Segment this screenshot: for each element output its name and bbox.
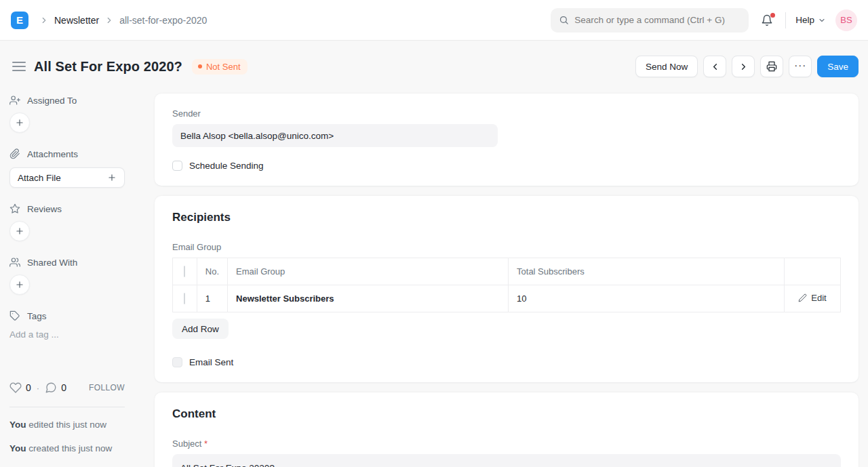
- subject-field-label: Subject *: [172, 439, 841, 449]
- email-group-field-label: Email Group: [172, 242, 841, 252]
- reviews-section: Reviews: [9, 203, 125, 241]
- content-card: Content Subject * All Set For Expo 2020?: [155, 392, 859, 467]
- likes-count: 0: [26, 382, 31, 393]
- email-sent-checkbox: [172, 357, 182, 367]
- subject-field[interactable]: All Set For Expo 2020?: [172, 454, 841, 467]
- add-share-button[interactable]: [9, 275, 30, 295]
- attachments-label: Attachments: [27, 149, 78, 159]
- total-subscribers-cell: 10: [509, 285, 785, 312]
- email-group-link[interactable]: Newsletter Subscribers: [236, 293, 334, 304]
- schedule-sending-row: Schedule Sending: [172, 161, 841, 171]
- help-label: Help: [795, 15, 814, 25]
- shared-with-section: Shared With: [9, 257, 125, 295]
- add-tag-input[interactable]: Add a tag ...: [9, 329, 125, 340]
- subject-label-text: Subject: [172, 439, 201, 449]
- edit-label: Edit: [811, 293, 826, 303]
- star-icon: [9, 203, 20, 214]
- add-assignment-button[interactable]: [9, 113, 30, 133]
- tags-section: Tags Add a tag ...: [9, 310, 125, 340]
- status-dot-icon: [198, 64, 202, 68]
- chevron-down-icon: [818, 16, 826, 24]
- menu-button[interactable]: ···: [789, 56, 812, 77]
- schedule-sending-checkbox[interactable]: [172, 161, 182, 171]
- attach-file-button[interactable]: Attach File: [9, 167, 125, 188]
- select-all-checkbox[interactable]: [184, 266, 185, 277]
- status-label: Not Sent: [206, 62, 241, 72]
- col-header-no: No.: [197, 258, 227, 285]
- chevron-right-icon: [104, 16, 114, 25]
- status-badge: Not Sent: [192, 59, 248, 75]
- navbar: E Newsletter all-set-for-expo-2020 Searc…: [0, 0, 868, 41]
- plus-icon: [15, 226, 24, 236]
- recipients-heading: Recipients: [172, 211, 841, 224]
- reviews-header: Reviews: [9, 203, 125, 214]
- assigned-to-section: Assigned To: [9, 95, 125, 133]
- ellipsis-icon: ···: [794, 60, 806, 74]
- user-avatar[interactable]: BS: [835, 9, 857, 31]
- chevron-right-icon: [738, 62, 749, 72]
- help-dropdown[interactable]: Help: [795, 15, 826, 25]
- row-checkbox[interactable]: [184, 293, 185, 304]
- paperclip-icon: [9, 148, 20, 159]
- add-review-button[interactable]: [9, 221, 30, 241]
- activity-who: You: [9, 443, 26, 453]
- activity-who: You: [9, 420, 26, 430]
- app-logo[interactable]: E: [11, 12, 28, 29]
- col-header-actions: [785, 258, 841, 285]
- activity-text: created this just now: [26, 443, 113, 453]
- email-sent-label: Email Sent: [189, 357, 233, 367]
- prev-document-button[interactable]: [703, 56, 726, 77]
- add-row-button[interactable]: Add Row: [172, 319, 229, 339]
- breadcrumb: Newsletter all-set-for-expo-2020: [39, 15, 207, 26]
- user-plus-icon: [9, 95, 20, 106]
- chevron-left-icon: [710, 62, 720, 72]
- dot-separator: ·: [37, 383, 39, 393]
- form-body: Sender Bella Alsop <bella.alsop@unico.co…: [155, 94, 859, 467]
- sender-card: Sender Bella Alsop <bella.alsop@unico.co…: [155, 94, 859, 186]
- table-header-row: No. Email Group Total Subscribers: [173, 258, 841, 285]
- print-button[interactable]: [760, 56, 783, 77]
- activity-edited: You edited this just now: [9, 419, 125, 431]
- next-document-button[interactable]: [732, 56, 755, 77]
- content-heading: Content: [172, 407, 841, 421]
- attachments-section: Attachments Attach File: [9, 148, 125, 188]
- schedule-sending-label: Schedule Sending: [189, 161, 264, 171]
- chevron-right-icon: [39, 16, 49, 25]
- comment-icon[interactable]: [45, 382, 57, 394]
- pencil-icon: [798, 293, 807, 302]
- plus-icon: [15, 118, 24, 127]
- tags-label: Tags: [27, 311, 47, 321]
- navbar-divider: [785, 12, 786, 28]
- row-edit-button[interactable]: Edit: [798, 293, 826, 303]
- recipients-card: Recipients Email Group No. Email Group T…: [155, 196, 859, 382]
- send-now-button[interactable]: Send Now: [635, 56, 698, 77]
- activity-text: edited this just now: [26, 420, 107, 430]
- follow-button[interactable]: FOLLOW: [89, 383, 125, 392]
- plus-icon: [15, 280, 24, 289]
- notifications-bell-icon[interactable]: [758, 12, 776, 29]
- breadcrumb-parent[interactable]: Newsletter: [54, 15, 99, 26]
- search-icon: [559, 15, 569, 25]
- assigned-to-label: Assigned To: [27, 96, 77, 106]
- required-marker: *: [204, 439, 208, 449]
- search-input[interactable]: Search or type a command (Ctrl + G): [551, 8, 749, 33]
- save-button[interactable]: Save: [817, 56, 859, 77]
- reviews-label: Reviews: [27, 204, 62, 214]
- sidebar-toggle-icon[interactable]: [11, 58, 27, 75]
- form-sidebar: Assigned To Attachments Attach File Revi…: [9, 95, 125, 466]
- row-number: 1: [197, 285, 227, 312]
- col-header-email-group: Email Group: [228, 258, 509, 285]
- tag-icon: [9, 310, 20, 321]
- sender-field-label: Sender: [172, 108, 841, 119]
- table-row: 1 Newsletter Subscribers 10 Edit: [173, 285, 841, 312]
- comments-count: 0: [61, 382, 66, 393]
- sender-field[interactable]: Bella Alsop <bella.alsop@unico.com>: [172, 124, 498, 147]
- col-header-total-subscribers: Total Subscribers: [509, 258, 785, 285]
- printer-icon: [766, 61, 777, 72]
- breadcrumb-current: all-set-for-expo-2020: [119, 15, 207, 26]
- heart-icon[interactable]: [9, 382, 22, 394]
- page-title: All Set For Expo 2020?: [34, 59, 182, 75]
- users-icon: [9, 257, 20, 268]
- notification-dot: [770, 13, 775, 18]
- sidebar-divider: [9, 407, 125, 407]
